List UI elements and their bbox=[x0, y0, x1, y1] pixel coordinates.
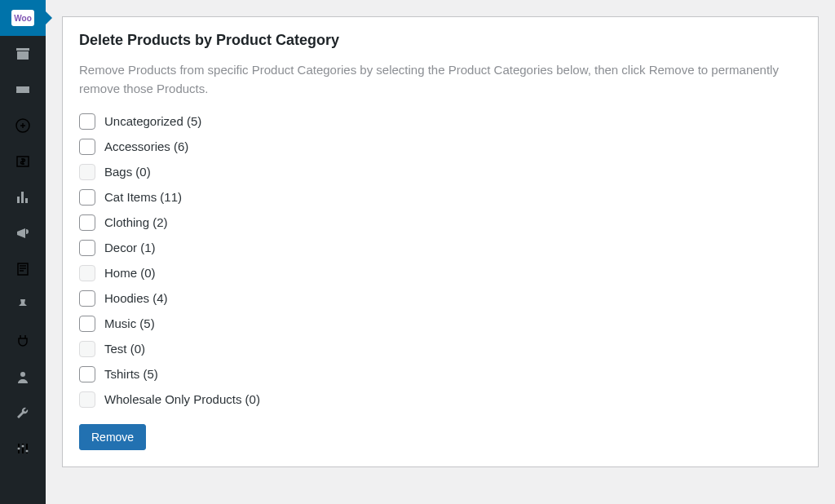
panel-title: Delete Products by Product Category bbox=[79, 32, 802, 49]
category-checkbox bbox=[79, 391, 95, 408]
category-row: Wholesale Only Products (0) bbox=[79, 391, 802, 408]
category-checkbox[interactable] bbox=[79, 316, 95, 332]
category-label: Clothing (2) bbox=[104, 215, 168, 229]
category-row: Decor (1) bbox=[79, 240, 802, 256]
category-checkbox[interactable] bbox=[79, 113, 95, 130]
category-checkbox[interactable] bbox=[79, 240, 95, 256]
category-label: Uncategorized (5) bbox=[104, 114, 201, 128]
category-checkbox[interactable] bbox=[79, 290, 95, 307]
sidebar-item-catalog[interactable] bbox=[0, 108, 46, 144]
sliders-icon bbox=[15, 440, 31, 457]
category-checkbox bbox=[79, 164, 95, 180]
woo-icon: Woo bbox=[11, 10, 34, 26]
chart-icon bbox=[15, 189, 31, 206]
svg-point-3 bbox=[22, 445, 24, 448]
svg-point-2 bbox=[18, 448, 20, 450]
category-row: Tshirts (5) bbox=[79, 366, 802, 382]
category-label: Home (0) bbox=[104, 266, 156, 280]
sidebar-item-settings[interactable] bbox=[0, 431, 46, 466]
remove-button[interactable]: Remove bbox=[79, 424, 146, 450]
sidebar-item-pricing[interactable] bbox=[0, 144, 46, 179]
wrench-icon bbox=[15, 405, 31, 421]
category-checkbox bbox=[79, 341, 95, 357]
archive-icon bbox=[15, 46, 31, 62]
catalog-icon bbox=[15, 117, 31, 134]
category-row: Uncategorized (5) bbox=[79, 113, 802, 130]
form-icon bbox=[15, 261, 31, 277]
category-row: Bags (0) bbox=[79, 164, 802, 180]
category-row: Cat Items (11) bbox=[79, 189, 802, 206]
category-label: Test (0) bbox=[104, 342, 145, 356]
category-row: Hoodies (4) bbox=[79, 290, 802, 307]
sidebar-item-analytics[interactable] bbox=[0, 179, 46, 215]
category-label: Music (5) bbox=[104, 316, 155, 330]
category-label: Hoodies (4) bbox=[104, 291, 168, 305]
sidebar-item-marketing[interactable] bbox=[0, 215, 46, 251]
category-row: Home (0) bbox=[79, 265, 802, 281]
category-label: Tshirts (5) bbox=[104, 367, 158, 381]
category-label: Decor (1) bbox=[104, 241, 156, 254]
admin-sidebar: Woo bbox=[0, 0, 46, 504]
category-checkbox[interactable] bbox=[79, 366, 95, 382]
category-checkbox bbox=[79, 265, 95, 281]
user-icon bbox=[15, 369, 31, 385]
category-label: Wholesale Only Products (0) bbox=[104, 392, 260, 406]
ticket-icon bbox=[15, 82, 31, 98]
category-row: Clothing (2) bbox=[79, 214, 802, 231]
plug-icon bbox=[15, 333, 31, 349]
category-list: Uncategorized (5)Accessories (6)Bags (0)… bbox=[79, 113, 802, 408]
category-checkbox[interactable] bbox=[79, 214, 95, 231]
delete-categories-panel: Delete Products by Product Category Remo… bbox=[62, 16, 819, 467]
category-row: Music (5) bbox=[79, 316, 802, 332]
category-row: Test (0) bbox=[79, 341, 802, 357]
pin-icon bbox=[15, 297, 31, 313]
sidebar-item-forms[interactable] bbox=[0, 251, 46, 287]
sidebar-item-tools[interactable] bbox=[0, 395, 46, 431]
dollar-icon bbox=[15, 153, 31, 170]
megaphone-icon bbox=[15, 225, 31, 241]
main-content: Delete Products by Product Category Remo… bbox=[46, 0, 835, 504]
sidebar-item-archive[interactable] bbox=[0, 36, 46, 72]
sidebar-item-plugins[interactable] bbox=[0, 323, 46, 359]
sidebar-item-pin[interactable] bbox=[0, 287, 46, 323]
panel-description: Remove Products from specific Product Ca… bbox=[79, 60, 802, 99]
category-checkbox[interactable] bbox=[79, 189, 95, 206]
category-label: Accessories (6) bbox=[104, 139, 188, 153]
svg-point-1 bbox=[20, 372, 25, 377]
sidebar-item-ticket[interactable] bbox=[0, 72, 46, 108]
category-checkbox[interactable] bbox=[79, 139, 95, 155]
category-row: Accessories (6) bbox=[79, 139, 802, 155]
sidebar-item-woocommerce[interactable]: Woo bbox=[0, 0, 46, 36]
category-label: Bags (0) bbox=[104, 165, 151, 179]
sidebar-item-users[interactable] bbox=[0, 359, 46, 395]
category-label: Cat Items (11) bbox=[104, 190, 182, 204]
svg-point-4 bbox=[26, 450, 29, 453]
